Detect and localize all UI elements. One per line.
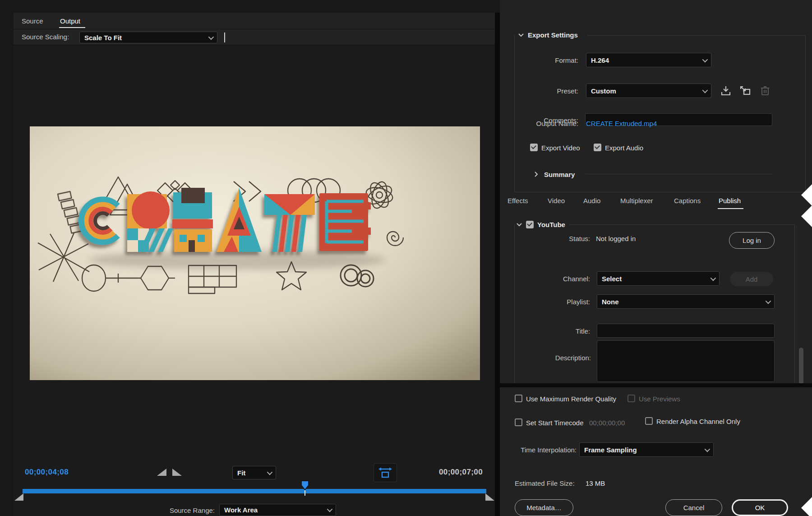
current-timecode[interactable]: 00;00;04;08 — [25, 468, 69, 477]
chevron-down-icon — [766, 298, 771, 304]
preset-label: Preset: — [519, 87, 578, 95]
video-preview-frame — [30, 126, 480, 380]
preview-tab-bar — [14, 13, 495, 29]
tab-captions[interactable]: Captions — [674, 197, 701, 205]
vertical-panel-divider[interactable] — [495, 13, 500, 516]
youtube-legend[interactable]: YouTube — [515, 219, 569, 229]
time-interpolation-label: Time Interpolation: — [514, 446, 577, 454]
tab-output-underline — [59, 27, 85, 28]
chevron-down-icon — [702, 56, 708, 62]
preset-value: Custom — [591, 87, 616, 95]
title-input[interactable] — [597, 324, 775, 338]
tab-multiplexer[interactable]: Multiplexer — [620, 197, 653, 205]
chevron-down-icon — [516, 223, 522, 227]
trash-icon — [760, 84, 770, 97]
source-scaling-value: Scale To Fit — [84, 34, 122, 42]
chevron-down-icon — [710, 275, 716, 281]
import-preset-icon — [739, 85, 752, 97]
aspect-correction-button[interactable] — [374, 463, 397, 482]
export-audio-checkbox[interactable] — [594, 144, 601, 151]
metadata-button[interactable]: Metadata… — [515, 499, 573, 516]
scrollbar-track — [796, 226, 797, 383]
title-label: Title: — [532, 327, 590, 335]
render-alpha-label: Render Alpha Channel Only — [656, 418, 740, 425]
chevron-down-icon — [208, 34, 214, 40]
cancel-button[interactable]: Cancel — [665, 499, 722, 516]
tab-source[interactable]: Source — [22, 17, 43, 25]
max-render-quality-label: Use Maximum Render Quality — [526, 395, 616, 403]
export-video-label: Export Video — [541, 144, 580, 152]
export-audio-label: Export Audio — [605, 144, 643, 152]
text-cursor — [224, 33, 225, 42]
timeline-track[interactable] — [23, 489, 486, 493]
save-preset-button[interactable] — [720, 85, 732, 97]
create-artwork — [30, 126, 480, 380]
scale-width-icon — [378, 466, 393, 479]
playhead[interactable] — [300, 480, 309, 491]
horizontal-panel-divider[interactable] — [495, 383, 812, 387]
format-label: Format: — [519, 56, 578, 64]
preset-select[interactable]: Custom — [586, 84, 711, 98]
tab-audio[interactable]: Audio — [583, 197, 600, 205]
ok-button[interactable]: OK — [732, 499, 788, 516]
playlist-select[interactable]: None — [597, 294, 775, 309]
source-range-label: Source Range: — [152, 507, 215, 514]
render-alpha-checkbox[interactable] — [645, 417, 653, 425]
save-preset-icon — [720, 85, 732, 97]
chevron-down-icon — [327, 507, 333, 512]
delete-preset-button[interactable] — [760, 84, 770, 97]
tab-video[interactable]: Video — [548, 197, 565, 205]
chevron-right-icon — [534, 171, 538, 177]
tab-effects[interactable]: Effects — [508, 197, 528, 205]
summary-title: Summary — [544, 171, 575, 178]
status-label: Status: — [532, 235, 590, 242]
source-range-select[interactable]: Work Area — [219, 504, 336, 516]
channel-label: Channel: — [532, 275, 590, 283]
output-name-link[interactable]: CREATE Extruded.mp4 — [586, 120, 657, 127]
channel-select[interactable]: Select — [597, 271, 720, 286]
source-range-value: Work Area — [224, 506, 258, 514]
youtube-checkbox[interactable] — [526, 221, 534, 228]
time-interpolation-select[interactable]: Frame Sampling — [579, 442, 714, 457]
use-previews-label: Use Previews — [639, 395, 680, 403]
chevron-down-icon — [702, 87, 708, 93]
zoom-level-select[interactable]: Fit — [232, 466, 276, 479]
output-name-label: Output Name: — [512, 120, 578, 127]
max-render-quality-checkbox[interactable] — [515, 395, 522, 402]
export-video-checkbox[interactable] — [530, 144, 538, 151]
start-timecode-value[interactable]: 00;00;00;00 — [589, 419, 625, 427]
set-start-timecode-checkbox[interactable] — [515, 418, 522, 426]
summary-toggle[interactable]: Summary — [534, 169, 588, 179]
tab-publish-underline — [718, 208, 743, 209]
chevron-down-icon — [267, 469, 273, 475]
format-select[interactable]: H.264 — [586, 53, 711, 67]
playlist-value: None — [602, 298, 619, 306]
time-interpolation-value: Frame Sampling — [584, 446, 637, 454]
status-value: Not logged in — [596, 235, 636, 242]
export-settings-dialog: Source Output Source Scaling: Scale To F… — [0, 0, 812, 516]
playlist-label: Playlist: — [532, 298, 590, 306]
description-textarea[interactable] — [597, 340, 775, 382]
playhead-tick — [304, 490, 305, 496]
end-timecode: 00;00;07;00 — [439, 468, 483, 477]
set-start-timecode-label: Set Start Timecode — [526, 419, 584, 427]
summary-divider — [585, 174, 772, 174]
tab-publish[interactable]: Publish — [719, 197, 741, 205]
description-label: Description: — [523, 354, 591, 362]
use-previews-checkbox — [627, 395, 635, 402]
format-value: H.264 — [591, 56, 609, 64]
zoom-level-value: Fit — [237, 469, 245, 477]
export-settings-legend[interactable]: Export Settings — [515, 29, 587, 41]
chevron-down-icon — [518, 33, 524, 37]
import-preset-button[interactable] — [739, 85, 752, 97]
add-channel-button: Add — [730, 272, 773, 286]
login-button[interactable]: Log in — [729, 232, 775, 249]
estimated-size-value: 13 MB — [586, 479, 605, 487]
youtube-title: YouTube — [537, 221, 565, 228]
tab-output[interactable]: Output — [60, 17, 80, 25]
scrollbar-thumb[interactable] — [799, 348, 803, 385]
source-scaling-select[interactable]: Scale To Fit — [79, 32, 217, 43]
estimated-size-label: Estimated File Size: — [515, 479, 575, 487]
chevron-down-icon — [705, 446, 710, 452]
source-scaling-label: Source Scaling: — [22, 33, 69, 41]
